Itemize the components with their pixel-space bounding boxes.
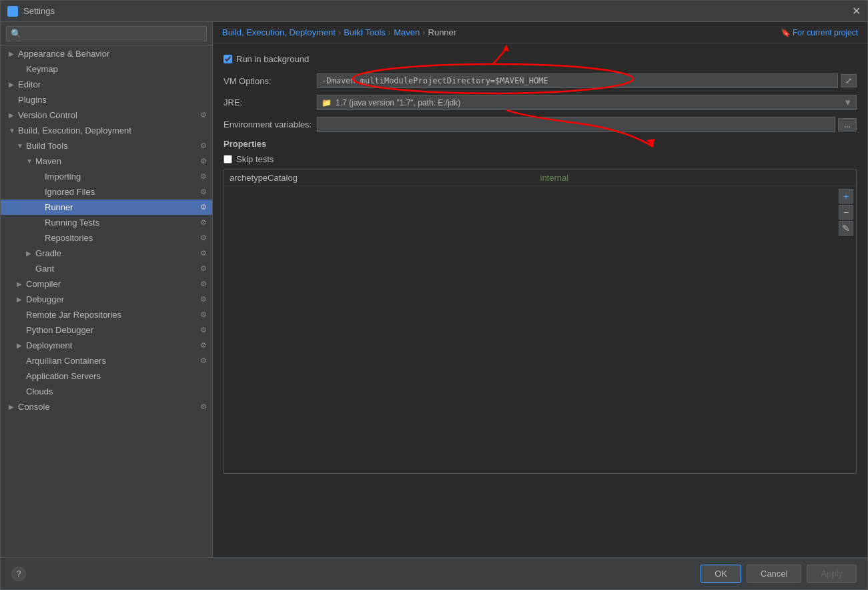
vm-options-expand-button[interactable]: ⤢ [841,74,857,87]
breadcrumb-runner: Runner [428,27,457,37]
sidebar-item-label: Compiler [26,279,197,289]
gear-icon: ⚙ [200,203,207,212]
for-current-project-link[interactable]: 🔖 For current project [781,28,858,37]
sidebar-item-label: Maven [35,156,197,166]
sidebar-item-label: Clouds [26,386,207,396]
content-area: Run in background VM Options: ⤢ JRE: 📁 1… [213,43,867,557]
gear-icon: ⚙ [200,249,207,258]
edit-property-button[interactable]: ✎ [839,221,853,236]
expand-arrow-icon: ▼ [26,158,35,165]
sidebar-item-label: Console [18,402,197,412]
vm-options-label: VM Options: [224,76,317,86]
svg-marker-2 [503,45,509,51]
breadcrumb-build-tools[interactable]: Build Tools [344,27,386,37]
sidebar-item-label: Build, Execution, Deployment [18,125,207,135]
sidebar-item-label: Editor [18,79,207,89]
properties-table-body: + − ✎ [224,186,856,473]
sidebar-item-label: Importing [45,172,197,182]
apply-button[interactable]: Apply [807,565,857,583]
jre-row: JRE: 📁 1.7 (java version "1.7", path: E:… [224,95,857,110]
sidebar-item-keymap[interactable]: Keymap [1,61,212,77]
sidebar-item-label: Application Servers [26,371,207,381]
sidebar-item-ignored-files[interactable]: Ignored Files ⚙ [1,184,212,200]
remove-property-button[interactable]: − [839,205,853,220]
gear-icon: ⚙ [200,157,207,166]
sidebar-item-build-tools[interactable]: ▼ Build Tools ⚙ [1,138,212,154]
expand-arrow-icon: ▶ [9,50,18,57]
add-property-button[interactable]: + [839,189,853,204]
sidebar-item-app-servers[interactable]: Application Servers [1,368,212,384]
properties-section: Properties Skip tests archetypeCatalog i… [224,139,857,474]
gear-icon: ⚙ [200,310,207,319]
sidebar-item-build-exec-deploy[interactable]: ▼ Build, Execution, Deployment [1,123,212,138]
sidebar-item-clouds[interactable]: Clouds [1,384,212,399]
expand-arrow-icon: ▶ [9,403,18,410]
sidebar-item-running-tests[interactable]: Running Tests ⚙ [1,215,212,230]
sidebar-item-label: Keymap [26,64,207,74]
breadcrumb: Build, Execution, Deployment › Build Too… [213,22,867,43]
env-vars-input[interactable] [317,117,835,132]
sidebar-item-gradle[interactable]: ▶ Gradle ⚙ [1,246,212,261]
sidebar-item-arquillian[interactable]: Arquillian Containers ⚙ [1,353,212,368]
expand-arrow-icon: ▶ [9,111,18,119]
sidebar-item-plugins[interactable]: Plugins [1,92,212,107]
gear-icon: ⚙ [200,172,207,181]
sidebar: ▶ Appearance & Behavior Keymap ▶ Editor … [1,22,213,557]
properties-table: archetypeCatalog internal + − ✎ [224,170,857,474]
sidebar-item-label: Gant [35,264,197,274]
breadcrumb-sep-1: › [338,27,341,37]
jre-select[interactable]: 📁 1.7 (java version "1.7", path: E:/jdk)… [317,95,857,110]
sidebar-item-label: Plugins [18,95,207,105]
app-icon [7,6,18,17]
sidebar-item-label: Appearance & Behavior [18,49,207,59]
expand-arrow-icon: ▶ [9,81,18,88]
sidebar-item-editor[interactable]: ▶ Editor [1,77,212,92]
run-in-background-checkbox[interactable] [224,55,232,63]
vm-options-input[interactable] [317,73,838,88]
jre-dropdown-arrow-icon: ▼ [843,97,852,107]
gear-icon: ⚙ [200,295,207,304]
breadcrumb-maven[interactable]: Maven [394,27,420,37]
cancel-button[interactable]: Cancel [747,565,801,583]
vm-options-input-wrap: ⤢ [317,73,857,88]
help-button[interactable]: ? [11,567,26,581]
breadcrumb-sep-2: › [388,27,391,37]
vm-options-row: VM Options: ⤢ [224,73,857,88]
gear-icon: ⚙ [200,111,207,119]
search-input[interactable] [6,26,207,41]
sidebar-item-console[interactable]: ▶ Console ⚙ [1,399,212,414]
jre-label: JRE: [224,97,317,107]
sidebar-item-version-control[interactable]: ▶ Version Control ⚙ [1,107,212,123]
sidebar-item-appearance[interactable]: ▶ Appearance & Behavior [1,46,212,61]
close-button[interactable]: ✕ [852,5,861,17]
gear-icon: ⚙ [200,326,207,334]
breadcrumb-build-exec[interactable]: Build, Execution, Deployment [222,27,336,37]
jre-select-text: 1.7 (java version "1.7", path: E:/jdk) [336,98,843,107]
env-vars-row: Environment variables: ... [224,117,857,132]
expand-arrow-icon: ▼ [17,142,26,150]
sidebar-item-remote-jar[interactable]: Remote Jar Repositories ⚙ [1,307,212,322]
gear-icon: ⚙ [200,188,207,196]
sidebar-item-label: Debugger [26,294,197,304]
dialog-body: ▶ Appearance & Behavior Keymap ▶ Editor … [1,22,867,557]
env-vars-input-wrap: ... [317,117,857,132]
sidebar-item-label: Version Control [18,110,197,120]
sidebar-item-gant[interactable]: Gant ⚙ [1,261,212,276]
sidebar-item-python-debugger[interactable]: Python Debugger ⚙ [1,322,212,338]
sidebar-item-deployment[interactable]: ▶ Deployment ⚙ [1,338,212,353]
gear-icon: ⚙ [200,402,207,411]
gear-icon: ⚙ [200,264,207,273]
sidebar-item-repositories[interactable]: Repositories ⚙ [1,230,212,246]
env-vars-button[interactable]: ... [838,118,857,131]
gear-icon: ⚙ [200,341,207,350]
ok-button[interactable]: OK [701,565,741,583]
main-content: Build, Execution, Deployment › Build Too… [213,22,867,557]
sidebar-item-debugger[interactable]: ▶ Debugger ⚙ [1,292,212,307]
sidebar-item-maven[interactable]: ▼ Maven ⚙ [1,154,212,169]
sidebar-item-compiler[interactable]: ▶ Compiler ⚙ [1,276,212,292]
skip-tests-checkbox[interactable] [224,155,232,164]
search-box [1,22,212,46]
prop-value: internal [540,173,851,183]
sidebar-item-importing[interactable]: Importing ⚙ [1,169,212,184]
sidebar-item-runner[interactable]: Runner ⚙ [1,200,212,215]
